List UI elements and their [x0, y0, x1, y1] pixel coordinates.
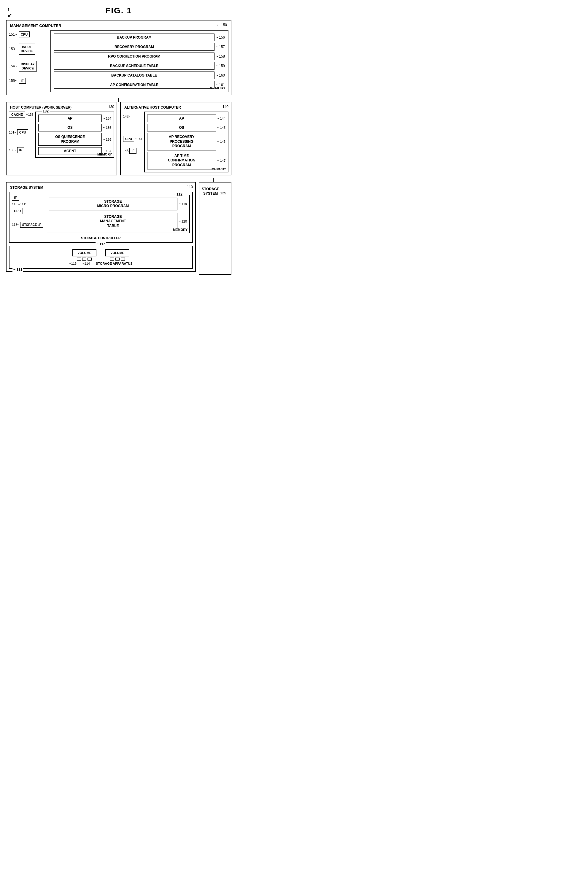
alt-memory-ref-item: 142~	[123, 114, 130, 118]
storage-apparatus-label: STORAGE APPARATUS	[96, 262, 133, 265]
storage-side-box: STORAGESYSTEM ~ 125	[199, 182, 231, 275]
volume-box-2: VOLUME	[105, 249, 129, 256]
bottom-row: STORAGE SYSTEM ~ 110 IF 116 ↙ 115	[6, 182, 231, 275]
ref-158: ~ 158	[216, 54, 225, 59]
alt-prog-2: AP RECOVERYPROCESSINGPROGRAM ~ 146	[147, 133, 225, 150]
program-item-0: BACKUP PROGRAM ~ 156	[54, 33, 225, 41]
if-box-mgmt: IF	[19, 78, 26, 84]
mgmt-memory-box: BACKUP PROGRAM ~ 156 RECOVERY PROGRAM ~ …	[50, 30, 228, 92]
host-memory-box: 132 AP ~ 134 OS ~ 135 OS QUIESCENCEPROGR…	[35, 111, 114, 158]
alt-host-box: ALTERNATIVE HOST COMPUTER 140 142~ CPU ~…	[120, 102, 231, 176]
storage-left-col: IF 116 ↙ 115 CPU 118~ STO	[12, 195, 44, 233]
program-item-4: BACKUP CATALOG TABLE ~ 160	[54, 72, 225, 79]
if-row: IF	[12, 195, 44, 201]
volume-box-1: VOLUME	[72, 249, 96, 256]
storage-memory-box: ~ 112 STORAGEMICRO-PROGRAM ~ 119 STORAGE…	[46, 195, 190, 233]
storage-mgmt-table-box: STORAGEMANAGEMENTTABLE	[49, 213, 178, 230]
host-label: HOST COMPUTER (WORK SERVER)	[9, 105, 73, 110]
recovery-program-box: RECOVERY PROGRAM	[54, 43, 214, 51]
ref-138: ~138	[26, 113, 33, 116]
ref-153: 153~	[9, 47, 18, 51]
ref-151: 151~	[9, 32, 18, 36]
ref-156: ~ 156	[216, 35, 225, 39]
storage-if-row: 118~ STORAGE I/F	[12, 222, 44, 228]
ap-recovery-box: AP RECOVERYPROCESSINGPROGRAM	[147, 133, 216, 150]
vol-tab-1c	[87, 258, 92, 261]
cpu-row-storage: 116 ↙ 115	[12, 203, 44, 206]
cpu-box-host: CPU	[17, 129, 28, 135]
alt-memory-box: AP ~ 144 OS ~ 145 AP RECOVERYPROCESSINGP…	[144, 111, 228, 173]
storage-system-box: STORAGE SYSTEM ~ 110 IF 116 ↙ 115	[6, 182, 196, 272]
if-box-storage: IF	[12, 195, 19, 201]
storage-system-label: STORAGE SYSTEM	[9, 185, 45, 190]
storage-prog-0: STORAGEMICRO-PROGRAM ~ 119	[49, 198, 187, 210]
ref-131-label: 131~	[9, 131, 16, 134]
mgmt-computer-label: MANAGEMENT COMPUTER	[9, 23, 63, 29]
ref-111: ~ 111	[12, 268, 23, 272]
ref-154: 154~	[9, 64, 18, 68]
display-device-box: DISPLAYDEVICE	[19, 61, 37, 72]
vol-tab-1b	[82, 258, 86, 261]
host-prog-0: AP ~ 134	[38, 114, 111, 122]
ref-125: ~ 125	[220, 187, 228, 195]
cpu-box: CPU	[19, 32, 30, 38]
volume-1: VOLUME	[72, 249, 96, 261]
ref-141: ~141	[135, 137, 142, 141]
alt-prog-0: AP ~ 144	[147, 114, 225, 122]
cache-box: CACHE	[9, 111, 25, 117]
volume-2: VOLUME	[105, 249, 129, 261]
program-list: BACKUP PROGRAM ~ 156 RECOVERY PROGRAM ~ …	[54, 33, 225, 89]
program-item-1: RECOVERY PROGRAM ~ 157	[54, 43, 225, 51]
management-computer-box: MANAGEMENT COMPUTER ← 150 151~ CPU 153~ …	[6, 20, 231, 95]
ap-box-host: AP	[38, 114, 102, 122]
host-prog-2: OS QUIESCENCEPROGRAM ~ 136	[38, 133, 111, 146]
storage-if-box: STORAGE I/F	[20, 222, 44, 228]
alt-if-item: 143 IF	[123, 148, 136, 154]
storage-controller-label: STORAGE CONTROLLER	[12, 235, 190, 240]
os-box-alt: OS	[147, 124, 216, 131]
vol-tab-2a	[110, 258, 114, 261]
ref-159: ~ 159	[216, 64, 225, 68]
hosts-row: HOST COMPUTER (WORK SERVER) 130 CACHE ~1…	[6, 102, 231, 176]
storage-side-label: STORAGESYSTEM	[202, 187, 219, 196]
vol-refs: ~113 ~114 STORAGE APPARATUS	[12, 262, 189, 265]
storage-micro-box: STORAGEMICRO-PROGRAM	[49, 198, 178, 210]
program-item-3: BACKUP SCHEDULE TABLE ~ 159	[54, 62, 225, 70]
ref-116-label: 116	[12, 203, 17, 206]
backup-program-box: BACKUP PROGRAM	[54, 33, 214, 41]
ref-118-label: 118~	[12, 223, 19, 227]
ref-117: ~ 117	[96, 242, 106, 246]
if-box-host: IF	[17, 147, 24, 153]
ref-140: 140	[222, 105, 228, 110]
ref-160: ~ 160	[216, 73, 225, 77]
program-item-5: AP CONFIGURATION TABLE ~ 161	[54, 81, 225, 89]
ref-157: ~ 157	[216, 45, 225, 49]
ref-133-label: 133~	[9, 149, 16, 152]
memory-label-storage: MEMORY	[173, 228, 188, 231]
backup-schedule-table-box: BACKUP SCHEDULE TABLE	[54, 62, 214, 70]
storage-controller-outer: IF 116 ↙ 115 CPU 118~ STO	[9, 192, 193, 243]
ref-142-label: 142~	[123, 114, 130, 118]
host-prog-1: OS ~ 135	[38, 124, 111, 131]
program-item-2: RPO CORRECTION PROGRAM ~ 158	[54, 53, 225, 60]
agent-box: AGENT	[38, 147, 102, 155]
vol-tab-1a	[77, 258, 81, 261]
mgmt-ref-150: ← 150	[217, 23, 227, 27]
ref-143-label: 143	[123, 149, 129, 153]
input-device-box: INPUTDEVICE	[19, 44, 35, 55]
alt-prog-1: OS ~ 145	[147, 124, 225, 131]
host-computer-box: HOST COMPUTER (WORK SERVER) 130 CACHE ~1…	[6, 102, 117, 176]
rpo-program-box: RPO CORRECTION PROGRAM	[54, 53, 214, 60]
os-box-host: OS	[38, 124, 102, 131]
storage-apparatus-box: VOLUME VOLUME	[9, 246, 193, 269]
if-box-alt: IF	[129, 148, 136, 154]
storage-prog-1: STORAGEMANAGEMENTTABLE ~ 120	[49, 213, 187, 230]
memory-label-host: MEMORY	[97, 153, 112, 156]
os-quiescence-box: OS QUIESCENCEPROGRAM	[38, 133, 102, 146]
host-memory-ref: 132	[42, 109, 50, 113]
ap-config-table-box: AP CONFIGURATION TABLE	[54, 81, 214, 89]
ap-box-alt: AP	[147, 114, 216, 122]
alt-cpu-item: CPU ~141	[123, 136, 142, 142]
memory-label-mgmt: MEMORY	[210, 86, 225, 90]
ref-130: 130	[108, 105, 114, 110]
